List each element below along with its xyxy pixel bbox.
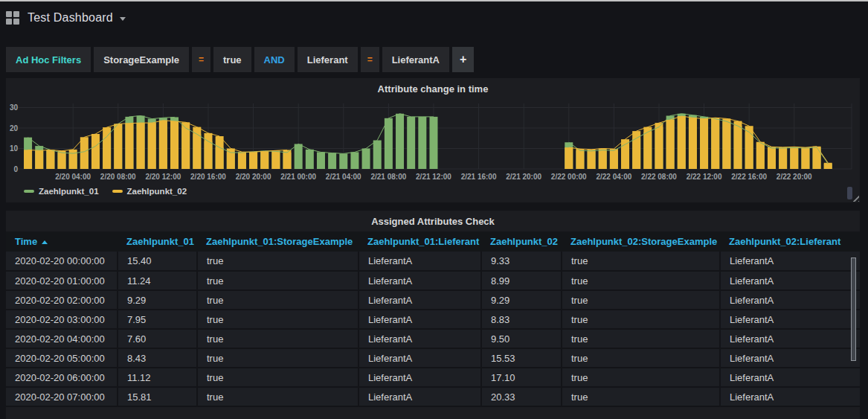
chart-bar-zaehlpunkt_02[interactable] bbox=[271, 150, 280, 169]
chart-bar-zaehlpunkt_02[interactable] bbox=[148, 123, 156, 169]
table-cell: 15.53 bbox=[481, 348, 562, 368]
x-tick-label: 2/22 12:00 bbox=[687, 173, 722, 181]
chart-bar-zaehlpunkt_02[interactable] bbox=[204, 133, 212, 169]
chart-bar-zaehlpunkt_02[interactable] bbox=[159, 121, 167, 169]
table-cell: 8.83 bbox=[481, 310, 562, 329]
legend-item-zaehlpunkt_01[interactable]: Zaehlpunkt_01 bbox=[24, 187, 99, 196]
filter-condition-chip[interactable]: AND bbox=[254, 47, 295, 72]
chart-legend: Zaehlpunkt_01Zaehlpunkt_02 bbox=[24, 187, 187, 196]
chart-scrollbar-thumb[interactable] bbox=[847, 187, 852, 199]
chart-bar-zaehlpunkt_02[interactable] bbox=[565, 147, 573, 169]
chart-bar-zaehlpunkt_02[interactable] bbox=[610, 149, 618, 169]
chart-bar-zaehlpunkt_01[interactable] bbox=[373, 141, 382, 170]
chart-bar-zaehlpunkt_02[interactable] bbox=[80, 137, 89, 169]
chart-bar-zaehlpunkt_01[interactable] bbox=[418, 117, 426, 169]
table-cell: 8.99 bbox=[481, 271, 562, 290]
chart-bar-zaehlpunkt_02[interactable] bbox=[249, 152, 257, 169]
grid-icon[interactable] bbox=[6, 11, 20, 25]
dashboard-title[interactable]: Test Dashboard bbox=[28, 11, 113, 25]
column-header-zaehlpunkt-02-storageexample[interactable]: Zaehlpunkt_02:StorageExample bbox=[562, 231, 720, 252]
chart-bar-zaehlpunkt_02[interactable] bbox=[46, 150, 54, 169]
table-panel-title[interactable]: Assigned Attributes Check bbox=[6, 211, 860, 231]
chart-bar-zaehlpunkt_02[interactable] bbox=[137, 123, 145, 169]
chart-bar-zaehlpunkt_02[interactable] bbox=[599, 149, 607, 170]
chart-bar-zaehlpunkt_01[interactable] bbox=[396, 114, 404, 169]
column-header-zaehlpunkt-01-lieferant[interactable]: Zaehlpunkt_01:Lieferant bbox=[359, 231, 481, 252]
caret-down-icon[interactable] bbox=[120, 17, 126, 21]
table-cell: true bbox=[562, 290, 720, 310]
chart-bar-zaehlpunkt_02[interactable] bbox=[768, 147, 776, 169]
chart-bar-zaehlpunkt_01[interactable] bbox=[407, 117, 415, 169]
chart-bar-zaehlpunkt_02[interactable] bbox=[588, 150, 596, 169]
chart-bar-zaehlpunkt_01[interactable] bbox=[317, 152, 325, 169]
chart-bar-zaehlpunkt_01[interactable] bbox=[350, 152, 359, 169]
chart-bar-zaehlpunkt_02[interactable] bbox=[813, 147, 821, 169]
legend-label: Zaehlpunkt_02 bbox=[127, 187, 187, 196]
chart-bar-zaehlpunkt_02[interactable] bbox=[666, 120, 675, 169]
x-tick-label: 2/22 20:00 bbox=[777, 173, 812, 181]
legend-item-zaehlpunkt_02[interactable]: Zaehlpunkt_02 bbox=[112, 187, 187, 196]
table-cell: 2020-02-20 00:00:00 bbox=[6, 252, 118, 271]
column-header-time[interactable]: Time bbox=[6, 231, 118, 252]
chart-line-zaehlpunkt_01 bbox=[28, 114, 434, 154]
chart-bar-zaehlpunkt_02[interactable] bbox=[58, 151, 66, 169]
chart-bar-zaehlpunkt_02[interactable] bbox=[91, 134, 100, 169]
chart-bar-zaehlpunkt_02[interactable] bbox=[125, 124, 133, 169]
chart-bar-zaehlpunkt_01[interactable] bbox=[295, 144, 303, 169]
table-cell: LieferantA bbox=[359, 329, 481, 348]
chart-bar-zaehlpunkt_02[interactable] bbox=[260, 151, 269, 169]
chart-panel-title[interactable]: Attribute change in time bbox=[6, 78, 860, 99]
filter-operator-chip[interactable]: = bbox=[361, 47, 379, 72]
filter-key-chip[interactable]: Lieferant bbox=[298, 47, 358, 72]
chart-bar-zaehlpunkt_02[interactable] bbox=[170, 121, 179, 169]
chart-bar-zaehlpunkt_01[interactable] bbox=[328, 153, 336, 169]
attributes-table: TimeZaehlpunkt_01Zaehlpunkt_01:StorageEx… bbox=[6, 231, 860, 407]
chart-bar-zaehlpunkt_02[interactable] bbox=[756, 142, 765, 169]
chart-bar-zaehlpunkt_02[interactable] bbox=[69, 150, 77, 169]
x-tick-label: 2/20 08:00 bbox=[100, 173, 136, 181]
x-tick-label: 2/20 12:00 bbox=[145, 173, 181, 181]
chart-bar-zaehlpunkt_01[interactable] bbox=[306, 150, 314, 169]
filter-value-chip[interactable]: true bbox=[213, 47, 251, 72]
column-header-zaehlpunkt-02-lieferant[interactable]: Zaehlpunkt_02:Lieferant bbox=[720, 231, 860, 252]
chart-bar-zaehlpunkt_02[interactable] bbox=[216, 136, 224, 169]
chart-bar-zaehlpunkt_02[interactable] bbox=[801, 147, 809, 169]
column-header-zaehlpunkt-01-storageexample[interactable]: Zaehlpunkt_01:StorageExample bbox=[197, 231, 359, 252]
chart-bar-zaehlpunkt_01[interactable] bbox=[429, 117, 437, 169]
table-cell: 2020-02-20 04:00:00 bbox=[6, 329, 118, 348]
chart-resize-handle-icon[interactable] bbox=[852, 195, 859, 202]
chart-bar-zaehlpunkt_02[interactable] bbox=[779, 147, 787, 169]
table-cell: LieferantA bbox=[359, 252, 481, 271]
chart-bar-zaehlpunkt_02[interactable] bbox=[621, 139, 629, 169]
chart-bar-zaehlpunkt_02[interactable] bbox=[689, 118, 697, 169]
chart-bar-zaehlpunkt_02[interactable] bbox=[655, 123, 663, 169]
column-header-zaehlpunkt-01[interactable]: Zaehlpunkt_01 bbox=[118, 231, 197, 252]
add-filter-button[interactable]: + bbox=[452, 47, 474, 72]
filter-operator-chip[interactable]: = bbox=[192, 47, 210, 72]
table-cell: 7.60 bbox=[118, 329, 197, 348]
column-header-zaehlpunkt-02[interactable]: Zaehlpunkt_02 bbox=[481, 231, 562, 252]
filter-key-chip[interactable]: StorageExample bbox=[94, 47, 189, 72]
chart-bar-zaehlpunkt_02[interactable] bbox=[35, 150, 43, 169]
chart-bar-zaehlpunkt_02[interactable] bbox=[722, 118, 730, 169]
filter-value-chip[interactable]: LieferantA bbox=[382, 47, 449, 72]
table-cell: LieferantA bbox=[359, 387, 481, 406]
chart-bar-zaehlpunkt_02[interactable] bbox=[790, 147, 798, 169]
chart-bar-zaehlpunkt_01[interactable] bbox=[362, 149, 370, 170]
chart-bar-zaehlpunkt_02[interactable] bbox=[193, 127, 201, 169]
chart-bar-zaehlpunkt_01[interactable] bbox=[339, 153, 347, 169]
chart-bar-zaehlpunkt_02[interactable] bbox=[700, 119, 708, 169]
chart-bar-zaehlpunkt_02[interactable] bbox=[238, 152, 246, 169]
legend-color-dash-icon bbox=[112, 190, 123, 193]
chart-bar-zaehlpunkt_02[interactable] bbox=[678, 116, 686, 169]
table-cell: true bbox=[197, 271, 359, 290]
table-scrollbar-thumb[interactable] bbox=[851, 258, 856, 361]
x-tick-label: 2/20 20:00 bbox=[236, 173, 271, 181]
chart-bar-zaehlpunkt_02[interactable] bbox=[711, 118, 719, 169]
chart-bar-zaehlpunkt_02[interactable] bbox=[734, 121, 742, 169]
chart-bar-zaehlpunkt_02[interactable] bbox=[24, 150, 32, 169]
table-cell: LieferantA bbox=[720, 271, 860, 290]
chart-bar-zaehlpunkt_01[interactable] bbox=[385, 118, 393, 169]
chart-bar-zaehlpunkt_02[interactable] bbox=[114, 124, 122, 170]
chart-bar-zaehlpunkt_02[interactable] bbox=[576, 149, 584, 169]
